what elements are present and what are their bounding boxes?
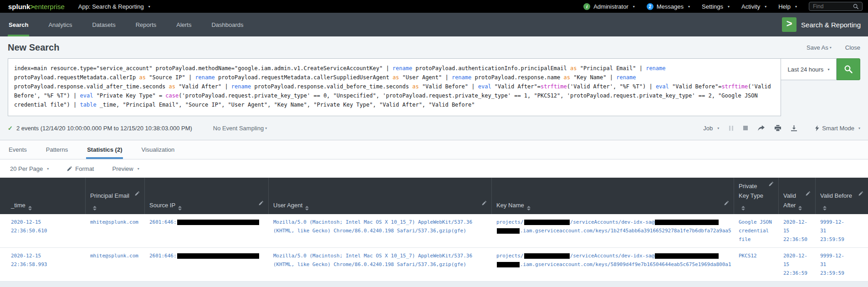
- nav-item-datasets[interactable]: Datasets: [91, 13, 116, 36]
- query-token: "Valid After" |: [175, 83, 231, 90]
- column-label: Private Key Type: [739, 181, 766, 210]
- job-status-bar: ✓ 2 events (12/14/20 10:00:00.000 PM to …: [8, 116, 860, 140]
- column-header-time[interactable]: _time: [0, 178, 86, 214]
- column-header-source-ip[interactable]: Source IP: [145, 178, 269, 214]
- sort-icon: [741, 206, 745, 210]
- search-header-section: New Search Save As▾ Close index=main res…: [0, 36, 868, 140]
- app-title: Search & Reporting: [801, 21, 861, 29]
- export-icon[interactable]: [791, 125, 797, 131]
- query-token: protoPayload.response.valid_before_time.…: [251, 83, 412, 90]
- column-header-key-name[interactable]: Key Name: [492, 178, 734, 214]
- tab-visualization[interactable]: Visualization: [140, 140, 175, 159]
- cell-text: (KHTML, like Gecko) Chrome/86.0.4240.198…: [273, 261, 466, 267]
- preview-label: Preview: [112, 165, 133, 172]
- find-input[interactable]: [813, 3, 853, 10]
- top-bar: splunk>enterprise App: Search & Reportin…: [0, 0, 868, 13]
- job-menu[interactable]: Job▾: [703, 125, 719, 132]
- column-header-user-agent[interactable]: User Agent: [269, 178, 492, 214]
- cell-time[interactable]: 2020-12-1522:36:50.610: [0, 214, 86, 247]
- pencil-icon: [67, 166, 72, 171]
- column-label: User Agent: [273, 200, 309, 210]
- cell-key-name[interactable]: projects//serviceAccounts/dev-idx-sa@.ia…: [492, 248, 734, 281]
- activity-menu-label: Activity: [741, 3, 760, 10]
- print-icon[interactable]: [775, 125, 781, 131]
- search-mode-dropdown[interactable]: Smart Mode ▾: [815, 125, 860, 132]
- cell-text: 2601:646:: [149, 219, 177, 225]
- cell-text: 23:59:59: [820, 270, 844, 276]
- tab-events[interactable]: Events: [8, 140, 28, 159]
- edit-column-icon: [724, 200, 729, 205]
- job-menu-label: Job: [703, 125, 713, 132]
- splunk-logo[interactable]: splunk>enterprise: [8, 3, 65, 10]
- column-header-valid-after[interactable]: Valid After: [779, 178, 816, 214]
- search-button[interactable]: [837, 58, 860, 80]
- save-as-button[interactable]: Save As▾: [807, 44, 832, 51]
- logo-enterprise-text: enterprise: [34, 3, 65, 10]
- cell-text: mhite@splunk.com: [90, 253, 138, 259]
- search-query-input[interactable]: index=main resource.type="service_accoun…: [8, 58, 781, 116]
- table-row: 2020-12-1522:36:50.610mhite@splunk.com26…: [0, 214, 868, 248]
- cell-valid-before[interactable]: 9999-12-3123:59:59: [816, 248, 868, 281]
- cell-principal-email[interactable]: mhite@splunk.com: [86, 214, 145, 247]
- cell-text: 2020-12-15: [11, 219, 41, 225]
- event-sampling-dropdown[interactable]: No Event Sampling▾: [213, 125, 267, 132]
- cell-source-ip[interactable]: 2601:646:: [145, 248, 269, 281]
- per-page-dropdown[interactable]: 20 Per Page▾: [10, 165, 49, 172]
- find-box[interactable]: [809, 2, 863, 11]
- cell-text: projects/: [496, 253, 524, 259]
- cell-principal-email[interactable]: mhite@splunk.com: [86, 248, 145, 281]
- query-token: as: [564, 74, 570, 81]
- format-button[interactable]: Format: [67, 165, 94, 172]
- user-menu[interactable]: iAdministrator▾: [583, 3, 635, 10]
- chevron-down-icon: ▾: [830, 46, 832, 50]
- tab-patterns[interactable]: Patterns: [45, 140, 69, 159]
- activity-menu[interactable]: Activity▾: [741, 3, 766, 10]
- redaction-box: [497, 228, 520, 234]
- messages-menu[interactable]: 2Messages▾: [647, 3, 690, 10]
- cell-time[interactable]: 2020-12-1522:36:58.993: [0, 248, 86, 281]
- nav-item-dashboards[interactable]: Dashboards: [210, 13, 244, 36]
- column-header-principal-email[interactable]: Principal Email: [86, 178, 145, 214]
- chevron-down-icon: ▾: [265, 126, 267, 130]
- cell-user-agent[interactable]: Mozilla/5.0 (Macintosh; Intel Mac OS X 1…: [269, 248, 492, 281]
- preview-dropdown[interactable]: Preview▾: [112, 165, 139, 172]
- app-menu-label: App: Search & Reporting: [78, 3, 144, 10]
- settings-menu[interactable]: Settings▾: [702, 3, 730, 10]
- page-title: New Search: [8, 42, 59, 53]
- cell-key-name[interactable]: projects//serviceAccounts/dev-idx-sa@.ia…: [492, 214, 734, 247]
- search-icon: [844, 65, 853, 74]
- query-token: eval: [80, 92, 93, 99]
- query-token: "Valid After"=: [491, 83, 541, 90]
- column-header-valid-before[interactable]: Valid Before: [816, 178, 868, 214]
- cell-valid-after[interactable]: 2020-12-1522:36:50: [779, 214, 816, 247]
- nav-item-reports[interactable]: Reports: [135, 13, 158, 36]
- time-range-picker[interactable]: Last 24 hours▾: [781, 58, 837, 80]
- stop-button[interactable]: [743, 126, 748, 130]
- chevron-down-icon: ▾: [148, 5, 150, 9]
- cell-private-key-type[interactable]: Google JSONcredentialfile: [734, 214, 779, 247]
- app-logo-icon[interactable]: >: [782, 17, 797, 32]
- cell-source-ip[interactable]: 2601:646:: [145, 214, 269, 247]
- logo-splunk-text: splunk: [8, 3, 30, 10]
- cell-text: Google JSON: [739, 219, 772, 225]
- query-token: as: [570, 65, 577, 72]
- nav-item-alerts[interactable]: Alerts: [175, 13, 192, 36]
- query-token: ('Valid After', "%F %T") |: [567, 83, 656, 90]
- query-token: rename: [646, 65, 665, 72]
- cell-private-key-type[interactable]: PKCS12: [734, 248, 779, 281]
- help-menu[interactable]: Help▾: [778, 3, 797, 10]
- share-icon[interactable]: [758, 125, 765, 131]
- column-header-private-key-type[interactable]: Private Key Type: [734, 178, 779, 214]
- close-button[interactable]: Close: [845, 44, 860, 51]
- nav-item-search[interactable]: Search: [8, 13, 29, 36]
- edit-column-icon: [259, 200, 264, 205]
- app-menu[interactable]: App: Search & Reporting▾: [78, 3, 150, 10]
- cell-text: (KHTML, like Gecko) Chrome/86.0.4240.198…: [273, 228, 466, 234]
- tab-statistics[interactable]: Statistics (2): [86, 140, 123, 159]
- cell-valid-before[interactable]: 9999-12-3123:59:59: [816, 214, 868, 247]
- nav-item-analytics[interactable]: Analytics: [47, 13, 73, 36]
- chevron-down-icon: ▾: [858, 126, 860, 130]
- cell-valid-after[interactable]: 2020-12-1522:36:59: [779, 248, 816, 281]
- pause-button[interactable]: [729, 126, 733, 131]
- cell-user-agent[interactable]: Mozilla/5.0 (Macintosh; Intel Mac OS X 1…: [269, 214, 492, 247]
